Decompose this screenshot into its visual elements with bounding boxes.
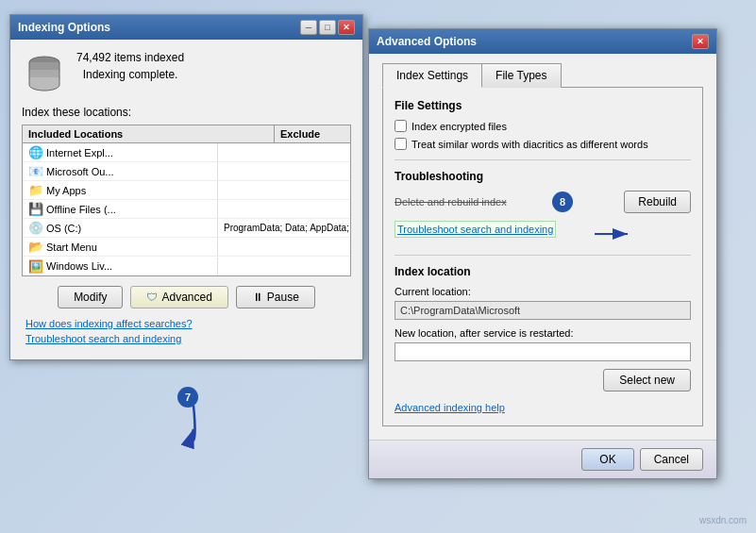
location-exclude: ProgramData; Data; AppData; AppData; ...: [218, 221, 350, 235]
location-name: 🖼️Windows Liv...: [23, 258, 218, 275]
table-header: Included Locations Exclude: [23, 125, 350, 143]
indexing-content: 74,492 items indexed Indexing complete. …: [10, 40, 362, 359]
indexing-status: Indexing complete.: [76, 68, 184, 81]
advanced-button[interactable]: 🛡 Advanced: [130, 286, 227, 308]
troubleshoot-search-link[interactable]: Troubleshoot search and indexing: [395, 221, 556, 238]
table-row[interactable]: 📂Start Menu: [23, 238, 350, 257]
delete-rebuild-label: Delete and rebuild index: [395, 196, 507, 208]
col-included-header: Included Locations: [23, 125, 275, 142]
how-indexing-link[interactable]: How does indexing affect searches?: [25, 318, 347, 329]
advanced-options-window: Advanced Options ✕ Index Settings File T…: [368, 28, 717, 479]
index-location-section: Index location Current location: New loc…: [395, 265, 691, 391]
advanced-indexing-link[interactable]: Advanced indexing help: [395, 402, 505, 413]
divider-1: [395, 159, 691, 160]
action-buttons-row: Modify 🛡 Advanced ⏸ Pause: [22, 286, 351, 308]
ok-button[interactable]: OK: [581, 448, 633, 471]
checkbox-row-2: Treat similar words with diacritics as d…: [395, 138, 691, 150]
diacritics-label: Treat similar words with diacritics as d…: [412, 139, 648, 150]
close-button[interactable]: ✕: [338, 20, 355, 35]
location-exclude: [218, 151, 350, 155]
tabs-row: Index Settings File Types: [382, 63, 703, 88]
select-new-button[interactable]: Select new: [603, 369, 691, 391]
divider-2: [395, 255, 691, 256]
table-row[interactable]: 🌐Internet Expl...: [23, 143, 350, 162]
ok-cancel-row: OK Cancel: [369, 440, 716, 478]
links-section: How does indexing affect searches? Troub…: [22, 318, 351, 344]
new-location-input[interactable]: [395, 342, 691, 361]
diacritics-checkbox[interactable]: [395, 138, 407, 150]
database-icon: [22, 51, 67, 96]
items-count: 74,492 items indexed: [76, 51, 184, 64]
location-exclude: [218, 208, 350, 211]
current-location-label: Current location:: [395, 286, 691, 297]
index-location-title: Index location: [395, 265, 691, 278]
advanced-title: Advanced Options: [377, 35, 477, 48]
table-row[interactable]: 💾Offline Files (...: [23, 200, 350, 219]
troubleshooting-section: Troubleshooting Delete and rebuild index…: [395, 170, 691, 245]
checkbox-row-1: Index encrypted files: [395, 120, 691, 132]
troubleshooting-title: Troubleshooting: [395, 170, 691, 183]
location-exclude: [218, 264, 350, 268]
advanced-titlebar-controls: ✕: [692, 34, 709, 49]
icon-area: 74,492 items indexed Indexing complete.: [22, 51, 351, 96]
step-8-indicator: 8: [552, 192, 573, 212]
location-exclude: [218, 189, 350, 192]
encrypted-files-label: Index encrypted files: [412, 121, 507, 132]
locations-label: Index these locations:: [22, 106, 351, 119]
delete-rebuild-row: Delete and rebuild index 8 Rebuild: [395, 191, 691, 213]
table-row[interactable]: 📧Microsoft Ou...: [23, 162, 350, 181]
advanced-titlebar: Advanced Options ✕: [369, 29, 716, 54]
new-location-label: New location, after service is restarted…: [395, 327, 691, 339]
current-location-input: [395, 301, 691, 320]
rebuild-button[interactable]: Rebuild: [624, 191, 691, 213]
cancel-button[interactable]: Cancel: [640, 448, 703, 471]
select-new-row: Select new: [395, 369, 691, 391]
table-row[interactable]: 📁My Apps: [23, 181, 350, 200]
location-name: 📧Microsoft Ou...: [23, 162, 218, 180]
table-row[interactable]: 💿OS (C:) ProgramData; Data; AppData; App…: [23, 219, 350, 238]
tab-file-types[interactable]: File Types: [481, 63, 561, 88]
location-name: 📂Start Menu: [23, 238, 218, 256]
indexing-title: Indexing Options: [18, 21, 110, 34]
indexing-titlebar: Indexing Options ─ □ ✕: [10, 15, 362, 40]
table-row[interactable]: 🖼️Windows Liv...: [23, 257, 350, 275]
location-name: 💾Offline Files (...: [23, 200, 218, 218]
file-settings-title: File Settings: [395, 99, 691, 112]
troubleshoot-link[interactable]: Troubleshoot search and indexing: [25, 333, 347, 344]
modify-button[interactable]: Modify: [58, 286, 123, 308]
indexing-options-window: Indexing Options ─ □ ✕ 74,492 items inde…: [9, 14, 363, 360]
shield-icon: 🛡: [146, 291, 158, 304]
location-name: 💿OS (C:): [23, 219, 218, 237]
advanced-content: Index Settings File Types File Settings …: [369, 54, 716, 440]
maximize-button[interactable]: □: [319, 20, 336, 35]
step-7-indicator: 7: [177, 387, 198, 408]
advanced-button-label: Advanced: [161, 291, 211, 304]
col-exclude-header: Exclude: [275, 125, 350, 142]
location-exclude: [218, 245, 350, 249]
tab-content: File Settings Index encrypted files Trea…: [382, 87, 703, 426]
titlebar-controls: ─ □ ✕: [300, 20, 355, 35]
pause-button[interactable]: ⏸ Pause: [236, 286, 315, 308]
location-exclude: [218, 170, 350, 174]
minimize-button[interactable]: ─: [300, 20, 317, 35]
tab-index-settings[interactable]: Index Settings: [382, 63, 482, 88]
pause-button-label: Pause: [267, 291, 299, 304]
location-name: 📁My Apps: [23, 181, 218, 199]
site-watermark: wsxdn.com: [699, 515, 747, 525]
locations-table: Included Locations Exclude 🌐Internet Exp…: [22, 125, 351, 276]
pause-icon: ⏸: [252, 291, 263, 304]
location-name: 🌐Internet Expl...: [23, 143, 218, 161]
encrypted-files-checkbox[interactable]: [395, 120, 407, 132]
advanced-close-button[interactable]: ✕: [692, 34, 709, 49]
status-info: 74,492 items indexed Indexing complete.: [76, 51, 184, 92]
